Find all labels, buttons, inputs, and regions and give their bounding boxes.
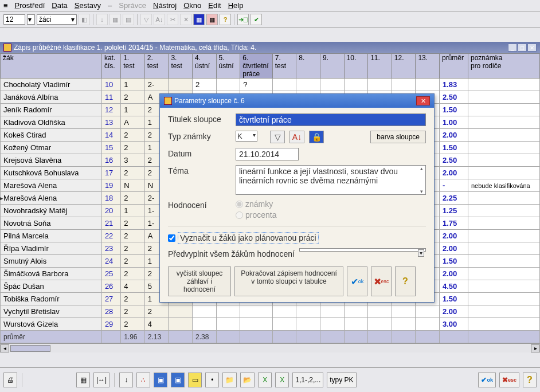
row-note[interactable] bbox=[468, 230, 539, 242]
color-button[interactable]: barva sloupce bbox=[370, 131, 426, 143]
kat-cislo[interactable]: 25 bbox=[101, 268, 120, 280]
hamburger-icon[interactable]: ≡ bbox=[3, 1, 8, 10]
student-name[interactable]: Vychytil Břetislav bbox=[1, 305, 102, 318]
grade-cell[interactable] bbox=[240, 305, 273, 318]
kat-cislo[interactable]: 22 bbox=[101, 230, 120, 242]
student-name[interactable]: Janáková Albína bbox=[1, 91, 102, 104]
col-header[interactable]: 4.ústní bbox=[192, 54, 216, 79]
grade-cell[interactable] bbox=[296, 305, 320, 318]
sb-grid-icon[interactable]: ▦ bbox=[76, 373, 90, 387]
grade-cell[interactable]: 2 bbox=[121, 91, 145, 104]
row-note[interactable] bbox=[468, 154, 539, 167]
grade-cell[interactable]: 2 bbox=[121, 255, 145, 268]
kat-cislo[interactable]: 10 bbox=[101, 79, 120, 91]
kat-cislo[interactable]: 12 bbox=[101, 104, 120, 116]
btn-pokracovat[interactable]: Pokračovat zápisem hodnocení v tomto slo… bbox=[234, 266, 343, 296]
kat-cislo[interactable]: 29 bbox=[101, 318, 120, 331]
help-icon[interactable]: ? bbox=[220, 14, 231, 25]
col-header[interactable]: žák bbox=[1, 54, 102, 79]
grade-cell[interactable] bbox=[296, 318, 320, 331]
btn-help-icon[interactable]: ? bbox=[395, 266, 416, 296]
grade-cell[interactable] bbox=[272, 79, 296, 91]
grade-cell[interactable] bbox=[240, 318, 273, 331]
kat-cislo[interactable]: 19 bbox=[101, 179, 120, 192]
input-titulek[interactable]: čtvrtletní práce bbox=[236, 113, 426, 126]
tb-btn-grid[interactable]: ▦ bbox=[109, 14, 121, 25]
grade-cell[interactable] bbox=[392, 305, 416, 318]
student-name[interactable]: Tobiška Radomír bbox=[1, 293, 102, 305]
scroll-thumb[interactable] bbox=[10, 345, 50, 352]
table-row[interactable]: Chocholatý Vladimír1012-2?1.83 bbox=[1, 79, 540, 91]
sb-dot-icon[interactable]: • bbox=[205, 373, 219, 387]
dialog-close-button[interactable]: ✕ bbox=[416, 96, 430, 105]
grade-cell[interactable]: 1 bbox=[121, 205, 145, 217]
student-name[interactable]: Novohradský Matěj bbox=[1, 205, 102, 217]
scope-dropdown[interactable]: žáci ▾ bbox=[37, 14, 77, 25]
row-note[interactable] bbox=[468, 217, 539, 230]
grade-cell[interactable]: 4 bbox=[144, 318, 169, 331]
sb-width-icon[interactable]: |↔| bbox=[93, 373, 109, 387]
col-header[interactable]: 9. bbox=[320, 54, 344, 79]
grade-cell[interactable]: 2 bbox=[192, 79, 216, 91]
grade-cell[interactable] bbox=[368, 79, 392, 91]
grade-cell[interactable]: N bbox=[121, 179, 145, 192]
tb-btn-doc[interactable]: ▤ bbox=[123, 14, 134, 25]
grade-cell[interactable]: 2 bbox=[121, 318, 145, 331]
student-name[interactable]: Krejsová Slavěna bbox=[1, 154, 102, 167]
row-note[interactable] bbox=[468, 192, 539, 205]
kat-cislo[interactable]: 15 bbox=[101, 142, 120, 154]
grade-cell[interactable]: 1 bbox=[121, 104, 145, 116]
sort-icon[interactable]: A↓ bbox=[154, 14, 165, 25]
btn-vycistit[interactable]: vyčistit sloupec záhlaví i hodnocení bbox=[168, 266, 231, 296]
student-name[interactable]: Kokeš Ctirad bbox=[1, 129, 102, 142]
student-name[interactable]: Novotná Soňa bbox=[1, 217, 102, 230]
col-header[interactable]: 3.test bbox=[169, 54, 193, 79]
student-name[interactable]: Marešová Alena bbox=[1, 179, 102, 192]
grade-cell[interactable]: 2 bbox=[121, 217, 145, 230]
student-name[interactable]: Chocholatý Vladimír bbox=[1, 79, 102, 91]
student-name[interactable]: ▸Marešová Alena bbox=[1, 192, 102, 205]
cut-icon[interactable]: ✂ bbox=[167, 14, 178, 25]
label-vyznacit[interactable]: Vyznačit u žáků jako plánovanou práci bbox=[178, 232, 319, 244]
col-header[interactable]: 1.test bbox=[121, 54, 145, 79]
student-name[interactable]: Wurstová Gizela bbox=[1, 318, 102, 331]
student-name[interactable]: Řípa Vladimír bbox=[1, 242, 102, 255]
kat-cislo[interactable]: 24 bbox=[101, 255, 120, 268]
kat-cislo[interactable]: 14 bbox=[101, 129, 120, 142]
kat-cislo[interactable]: 23 bbox=[101, 242, 120, 255]
sb-folder1-icon[interactable]: 📁 bbox=[222, 373, 237, 387]
btn-ok-icon[interactable]: ✔ok bbox=[347, 266, 367, 296]
grade-cell[interactable]: 2 bbox=[144, 305, 169, 318]
sb-esc[interactable]: ✖esc bbox=[499, 373, 519, 387]
sb-folder2-icon[interactable]: 📂 bbox=[240, 373, 255, 387]
btn-esc-icon[interactable]: ✖esc bbox=[371, 266, 392, 296]
close-button[interactable]: ✕ bbox=[527, 44, 537, 52]
grade-cell[interactable] bbox=[344, 305, 368, 318]
dialog-titlebar[interactable]: Parametry sloupce č. 6 ✕ bbox=[160, 94, 434, 108]
horizontal-scrollbar[interactable]: ◂ ▸ bbox=[0, 343, 540, 352]
grade-cell[interactable] bbox=[344, 79, 368, 91]
grade-cell[interactable]: 2 bbox=[121, 268, 145, 280]
grade-cell[interactable]: 2 bbox=[121, 192, 145, 205]
tb-btn-arrow-down[interactable]: ↓ bbox=[96, 14, 108, 25]
sb-typy[interactable]: typy PK bbox=[327, 373, 356, 387]
kat-cislo[interactable]: 28 bbox=[101, 305, 120, 318]
student-name[interactable]: Jeník Radomír bbox=[1, 104, 102, 116]
sb-db1-icon[interactable]: ▣ bbox=[154, 373, 167, 387]
textarea-tema[interactable]: lineární funkce a její vlastnosti, soust… bbox=[236, 165, 426, 195]
row-note[interactable] bbox=[468, 167, 539, 179]
grade-cell[interactable] bbox=[272, 305, 296, 318]
grade-cell[interactable] bbox=[169, 79, 193, 91]
menu-nastroj[interactable]: Nástroj bbox=[153, 1, 177, 10]
kat-cislo[interactable]: 27 bbox=[101, 293, 120, 305]
row-note[interactable] bbox=[468, 268, 539, 280]
sb-excel1-icon[interactable]: X bbox=[258, 373, 272, 387]
grade-cell[interactable] bbox=[344, 318, 368, 331]
menu-prostredi[interactable]: Prostředí bbox=[15, 1, 45, 10]
row-note[interactable]: nebude klasifikována bbox=[468, 179, 539, 192]
col-header[interactable]: 12. bbox=[392, 54, 416, 79]
grade-cell[interactable] bbox=[272, 318, 296, 331]
grid-pink-icon[interactable]: ▦ bbox=[206, 14, 218, 25]
menu-edit[interactable]: Edit bbox=[208, 1, 221, 10]
exit-icon[interactable]: ➜⎕ bbox=[237, 14, 249, 25]
